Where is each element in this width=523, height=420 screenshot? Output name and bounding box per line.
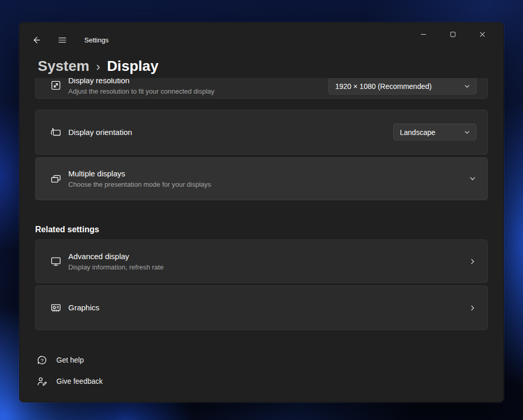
orientation-dropdown-value: Landscape [400, 128, 436, 137]
feedback-icon [37, 376, 48, 387]
back-arrow-icon [32, 36, 41, 44]
advanced-display-subtitle: Display information, refresh rate [68, 263, 468, 271]
chevron-down-icon [459, 83, 470, 89]
titlebar-nav: Settings [27, 31, 109, 49]
display-orientation-row: Display orientation Landscape [35, 110, 488, 155]
breadcrumb: System › Display [38, 56, 158, 77]
desktop-wallpaper: Settings [0, 0, 523, 420]
close-icon [480, 32, 485, 37]
display-resolution-texts: Display resolution Adjust the resolution… [68, 78, 328, 95]
give-feedback-label: Give feedback [56, 377, 103, 385]
display-resolution-row: Display resolution Adjust the resolution… [35, 78, 488, 99]
get-help-label: Get help [56, 356, 84, 364]
multiple-displays-icon [50, 173, 62, 185]
resolution-dropdown-value: 1920 × 1080 (Recommended) [335, 82, 431, 91]
chevron-down-icon [468, 175, 476, 183]
display-orientation-icon [50, 127, 62, 138]
multiple-displays-row[interactable]: Multiple displays Choose the presentatio… [35, 157, 488, 200]
footer-links: ? Get help Give feedback [37, 353, 488, 388]
minimize-button[interactable] [411, 25, 435, 43]
display-resolution-title: Display resolution [68, 78, 328, 85]
related-settings-header: Related settings [35, 224, 488, 235]
get-help-link[interactable]: ? Get help [37, 353, 84, 367]
breadcrumb-separator-icon: › [96, 56, 100, 77]
maximize-button[interactable] [441, 25, 465, 43]
maximize-icon [450, 32, 456, 37]
chevron-right-icon [468, 257, 476, 265]
settings-window: Settings [19, 22, 504, 402]
advanced-display-icon [50, 256, 62, 267]
multiple-displays-texts: Multiple displays Choose the presentatio… [68, 169, 468, 188]
display-orientation-texts: Display orientation [68, 128, 393, 137]
advanced-display-title: Advanced display [68, 252, 468, 261]
graphics-row[interactable]: Graphics [35, 286, 488, 330]
window-controls [411, 25, 494, 43]
multiple-displays-subtitle: Choose the presentation mode for your di… [68, 181, 468, 188]
settings-content: Display resolution Adjust the resolution… [20, 78, 503, 402]
back-button[interactable] [27, 31, 46, 49]
hamburger-menu-button[interactable] [53, 31, 71, 49]
page-title: Display [107, 56, 159, 76]
multiple-displays-title: Multiple displays [68, 169, 468, 178]
resolution-dropdown[interactable]: 1920 × 1080 (Recommended) [328, 78, 476, 95]
close-button[interactable] [470, 25, 494, 43]
graphics-icon [50, 302, 62, 313]
titlebar: Settings [20, 23, 503, 56]
app-title: Settings [84, 36, 109, 44]
chevron-down-icon [459, 129, 470, 136]
display-resolution-icon [50, 80, 62, 91]
orientation-dropdown[interactable]: Landscape [393, 124, 476, 141]
give-feedback-link[interactable]: Give feedback [37, 374, 103, 388]
advanced-display-texts: Advanced display Display information, re… [68, 252, 468, 271]
graphics-texts: Graphics [68, 303, 468, 312]
help-bubble-icon: ? [37, 355, 48, 366]
minimize-icon [421, 32, 426, 37]
graphics-title: Graphics [68, 303, 468, 312]
question-mark-glyph: ? [41, 357, 44, 363]
display-resolution-subtitle: Adjust the resolution to fit your connec… [68, 87, 328, 95]
chevron-right-icon [468, 304, 476, 312]
advanced-display-row[interactable]: Advanced display Display information, re… [35, 239, 488, 283]
display-orientation-title: Display orientation [68, 128, 393, 137]
hamburger-icon [58, 36, 67, 44]
breadcrumb-system[interactable]: System [38, 56, 89, 76]
